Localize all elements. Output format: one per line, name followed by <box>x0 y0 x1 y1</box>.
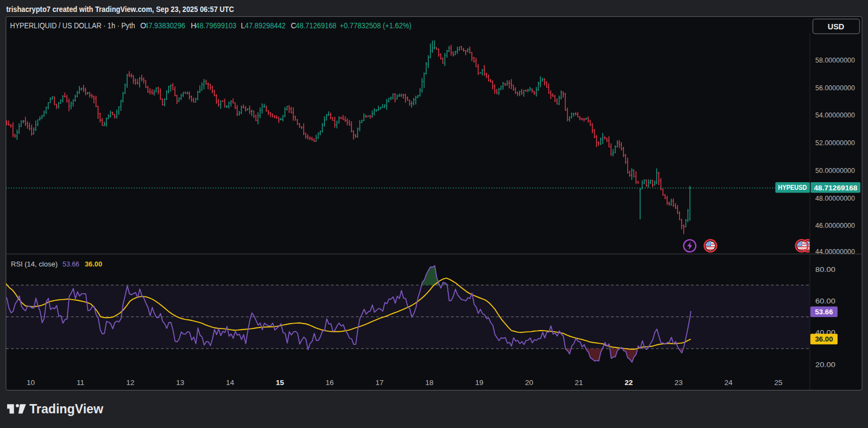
svg-text:21: 21 <box>575 379 583 387</box>
svg-text:19: 19 <box>475 379 483 387</box>
svg-text:48.79699103: 48.79699103 <box>196 21 236 30</box>
svg-text:58.00000000: 58.00000000 <box>815 56 855 64</box>
svg-text:44.00000000: 44.00000000 <box>815 247 855 256</box>
svg-text:USD: USD <box>828 22 845 31</box>
svg-text:48.00000000: 48.00000000 <box>815 194 855 202</box>
svg-text:48.71269168: 48.71269168 <box>296 21 336 30</box>
svg-text:20: 20 <box>525 379 533 387</box>
svg-text:11: 11 <box>77 379 84 387</box>
svg-text:16: 16 <box>326 379 334 387</box>
svg-text:23: 23 <box>675 379 683 387</box>
svg-text:53.66: 53.66 <box>815 308 833 316</box>
svg-text:RSI (14, close): RSI (14, close) <box>11 260 58 268</box>
svg-text:60.00: 60.00 <box>815 297 835 305</box>
svg-text:17: 17 <box>376 379 384 387</box>
svg-text:trishacrypto7 created with Tra: trishacrypto7 created with TradingView.c… <box>7 5 234 14</box>
svg-text:54.00000000: 54.00000000 <box>815 111 855 119</box>
svg-text:48.71269168: 48.71269168 <box>814 184 858 192</box>
svg-text:80.00: 80.00 <box>815 265 835 274</box>
svg-text:52.00000000: 52.00000000 <box>815 139 855 147</box>
svg-text:46.00000000: 46.00000000 <box>815 221 855 229</box>
svg-text:47.89298442: 47.89298442 <box>245 21 286 30</box>
svg-text:18: 18 <box>425 379 433 387</box>
svg-text:36.00: 36.00 <box>815 335 833 343</box>
svg-text:20.00: 20.00 <box>815 361 835 369</box>
svg-text:HYPEUSD: HYPEUSD <box>778 183 807 191</box>
svg-text:47.93830296: 47.93830296 <box>145 21 185 30</box>
svg-text:HYPERLIQUID / US DOLLAR · 1h ·: HYPERLIQUID / US DOLLAR · 1h · Pyth <box>10 21 135 30</box>
svg-text:15: 15 <box>276 379 284 387</box>
svg-text:25: 25 <box>774 379 782 387</box>
svg-text:12: 12 <box>126 379 134 387</box>
svg-text:24: 24 <box>725 379 733 387</box>
svg-text:36.00: 36.00 <box>85 260 102 268</box>
svg-text:10: 10 <box>27 379 35 387</box>
svg-text:56.00000000: 56.00000000 <box>815 84 855 92</box>
svg-text:50.00000000: 50.00000000 <box>815 166 855 175</box>
svg-text:14: 14 <box>226 379 235 387</box>
svg-text:53.66: 53.66 <box>63 260 79 268</box>
svg-text:13: 13 <box>176 379 184 387</box>
svg-text:22: 22 <box>625 379 633 387</box>
svg-text:+0.77832508 (+1.62%): +0.77832508 (+1.62%) <box>340 21 411 30</box>
svg-text:TradingView: TradingView <box>29 402 104 416</box>
